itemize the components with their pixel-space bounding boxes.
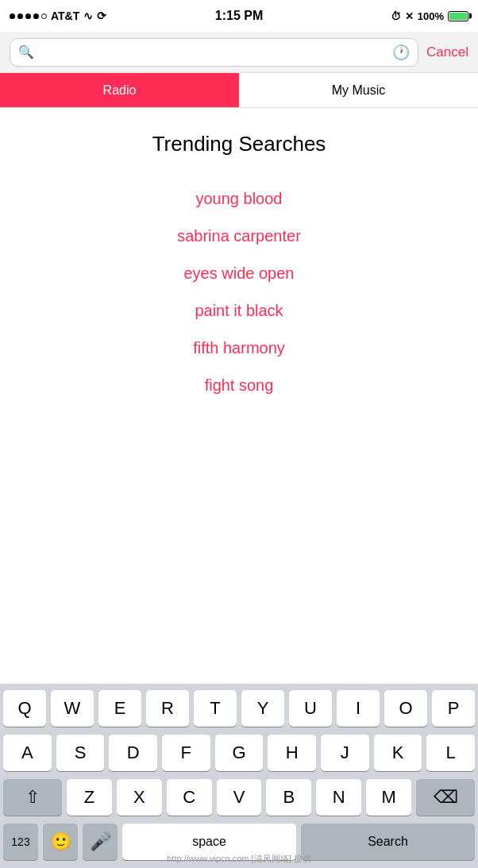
key-s[interactable]: S [56, 735, 105, 771]
keyboard: Q W E R T Y U I O P A S D F G H J K L ⇧ … [0, 684, 478, 868]
keyboard-row-1: Q W E R T Y U I O P [3, 690, 475, 727]
trending-item-2[interactable]: eyes wide open [16, 255, 462, 292]
signal-dots [10, 14, 47, 19]
key-o[interactable]: O [384, 690, 427, 727]
trending-list: young blood sabrina carpenter eyes wide … [16, 180, 462, 404]
key-p[interactable]: P [432, 690, 475, 727]
key-g[interactable]: G [215, 735, 264, 771]
alarm-icon: ⏱ [391, 10, 401, 22]
mic-key[interactable]: 🎤 [83, 824, 118, 860]
mic-icon: 🎤 [90, 831, 111, 852]
dot-4 [33, 14, 39, 19]
status-left: AT&T ∿ ⟳ [10, 10, 106, 22]
segment-control: Radio My Music [0, 73, 478, 108]
carrier-label: AT&T [51, 10, 79, 22]
emoji-icon: 🙂 [50, 831, 71, 852]
trending-item-1[interactable]: sabrina carpenter [16, 218, 462, 255]
search-key[interactable]: Search [301, 824, 475, 860]
keyboard-row-2: A S D F G H J K L [3, 735, 475, 771]
backspace-icon: ⌫ [434, 787, 458, 808]
key-b[interactable]: B [266, 779, 311, 816]
backspace-key[interactable]: ⌫ [416, 779, 475, 816]
shift-icon: ⇧ [25, 787, 40, 808]
numbers-key[interactable]: 123 [3, 824, 38, 860]
key-w[interactable]: W [51, 690, 94, 727]
refresh-icon: ⟳ [97, 10, 106, 22]
main-content: Trending Searches young blood sabrina ca… [0, 108, 478, 420]
key-n[interactable]: N [316, 779, 361, 816]
search-bar: 🔍 🕐 Cancel [0, 32, 478, 73]
bluetooth-icon: ✕ [405, 10, 414, 22]
battery-fill [449, 13, 467, 20]
key-d[interactable]: D [109, 735, 157, 771]
dot-3 [25, 14, 31, 19]
key-t[interactable]: T [194, 690, 237, 727]
key-e[interactable]: E [98, 690, 141, 727]
clock-icon: 🕐 [392, 44, 410, 61]
battery-percent: 100% [418, 10, 444, 22]
key-m[interactable]: M [366, 779, 411, 816]
key-q[interactable]: Q [3, 690, 46, 727]
key-k[interactable]: K [374, 735, 422, 771]
emoji-key[interactable]: 🙂 [43, 824, 78, 860]
key-a[interactable]: A [3, 735, 52, 771]
key-r[interactable]: R [146, 690, 189, 727]
status-time: 1:15 PM [215, 9, 263, 23]
keyboard-bottom-row: 123 🙂 🎤 space Search [3, 824, 475, 860]
keyboard-row-3: ⇧ Z X C V B N M ⌫ [3, 779, 475, 816]
key-u[interactable]: U [289, 690, 332, 727]
key-l[interactable]: L [426, 735, 475, 771]
tab-my-music[interactable]: My Music [239, 73, 478, 107]
key-z[interactable]: Z [67, 779, 112, 816]
trending-title: Trending Searches [16, 132, 462, 156]
status-right: ⏱ ✕ 100% [391, 10, 468, 22]
shift-key[interactable]: ⇧ [3, 779, 62, 816]
status-bar: AT&T ∿ ⟳ 1:15 PM ⏱ ✕ 100% [0, 0, 478, 32]
search-input-wrap[interactable]: 🔍 🕐 [10, 38, 418, 67]
key-i[interactable]: I [337, 690, 380, 727]
key-f[interactable]: F [162, 735, 210, 771]
dot-1 [10, 14, 15, 19]
cancel-button[interactable]: Cancel [426, 44, 468, 60]
search-icon: 🔍 [18, 44, 34, 60]
dot-2 [17, 14, 23, 19]
key-x[interactable]: X [117, 779, 162, 816]
trending-item-5[interactable]: fight song [16, 367, 462, 404]
wifi-icon: ∿ [83, 10, 93, 22]
trending-item-4[interactable]: fifth harmony [16, 330, 462, 367]
space-key[interactable]: space [122, 824, 296, 860]
trending-item-0[interactable]: young blood [16, 180, 462, 218]
key-h[interactable]: H [268, 735, 316, 771]
dot-5 [41, 14, 47, 19]
key-c[interactable]: C [167, 779, 212, 816]
search-input[interactable] [39, 45, 387, 60]
tab-radio[interactable]: Radio [0, 73, 239, 107]
key-y[interactable]: Y [241, 690, 284, 727]
trending-item-3[interactable]: paint it black [16, 292, 462, 330]
key-v[interactable]: V [217, 779, 262, 816]
battery-icon [448, 11, 468, 21]
key-j[interactable]: J [321, 735, 369, 771]
